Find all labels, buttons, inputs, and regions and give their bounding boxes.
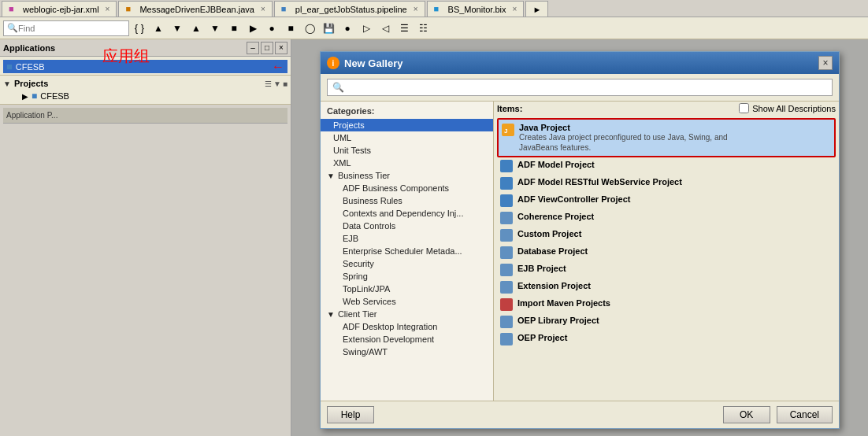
projects-section: ▼ Projects ☰ ▼ ■ ▶ ■ CFESB <box>0 76 291 105</box>
toolbar-btn-7[interactable]: ● <box>263 20 280 37</box>
item-database[interactable]: Database Project <box>497 244 836 261</box>
show-all-checkbox[interactable] <box>739 103 749 113</box>
cat-data-controls[interactable]: Data Controls <box>321 220 493 232</box>
cat-client-tier[interactable]: ▼ Client Tier <box>321 308 493 320</box>
find-box[interactable]: 🔍 <box>3 20 129 36</box>
tab-close-weblogic[interactable]: × <box>106 5 110 13</box>
toolbar-btn-13[interactable]: ◁ <box>377 20 394 37</box>
toolbar-btn-15[interactable]: ☷ <box>414 20 432 37</box>
panel-minimize[interactable]: – <box>247 42 259 54</box>
dialog-search-input[interactable] <box>347 83 827 92</box>
toolbar: 🔍 { } ▲ ▼ ▲ ▼ ■ ▶ ● ■ ◯ 💾 ● ▷ ◁ ☰ ☷ <box>0 17 868 39</box>
dialog-body: Categories: Projects UML Unit Tests XML … <box>321 102 839 401</box>
find-input[interactable] <box>18 24 127 33</box>
toolbar-btn-14[interactable]: ☰ <box>395 20 413 37</box>
oep-library-name: OEP Library Project <box>517 316 599 325</box>
cat-uml[interactable]: UML <box>321 131 493 144</box>
cat-enterprise[interactable]: Enterprise Scheduler Metada... <box>321 245 493 257</box>
item-adf-viewcontroller[interactable]: ADF ViewController Project <box>497 192 836 209</box>
cat-business-rules[interactable]: Business Rules <box>321 194 493 207</box>
toolbar-btn-2[interactable]: ▼ <box>169 20 186 37</box>
search-icon: 🔍 <box>7 23 18 33</box>
item-ejb[interactable]: EJB Project <box>497 261 836 279</box>
section-tool-btn-3[interactable]: ■ <box>283 79 287 88</box>
section-tool-btn-2[interactable]: ▼ <box>273 79 281 88</box>
brace-btn[interactable]: { } <box>131 20 148 37</box>
expand-icon: ▼ <box>3 79 11 88</box>
project-cfesb-item[interactable]: ▶ ■ CFESB <box>3 90 287 102</box>
xml-icon: ■ <box>9 4 20 15</box>
footer-buttons: OK Cancel <box>723 406 833 423</box>
cat-web-services[interactable]: Web Services <box>321 295 493 308</box>
tab-bix[interactable]: ■ BS_Monitor.bix × <box>427 1 525 17</box>
help-label: Help <box>341 409 361 420</box>
java-project-text: Java Project Creates Java project precon… <box>519 123 728 153</box>
arrow-annotation: ← <box>272 60 284 74</box>
oep-library-icon <box>500 316 513 328</box>
java-project-name: Java Project <box>519 123 728 132</box>
dialog-title: New Gallery <box>344 57 814 69</box>
cat-toplink[interactable]: TopLink/JPA <box>321 283 493 295</box>
section-tool-btn-1[interactable]: ☰ <box>265 79 272 88</box>
toolbar-btn-6[interactable]: ▶ <box>244 20 262 37</box>
dialog-title-icon: i <box>327 57 339 69</box>
help-button[interactable]: Help <box>327 406 374 423</box>
tabs-bar: ■ weblogic-ejb-jar.xml × ■ MessageDriven… <box>0 0 868 17</box>
categories-panel: Categories: Projects UML Unit Tests XML … <box>321 102 494 401</box>
item-oep-library[interactable]: OEP Library Project <box>497 313 836 331</box>
toolbar-btn-4[interactable]: ▼ <box>206 20 224 37</box>
cat-adf-business[interactable]: ADF Business Components <box>321 182 493 194</box>
left-tab-bar: Application P... <box>3 108 287 124</box>
toolbar-btn-5[interactable]: ■ <box>225 20 243 37</box>
adf-restful-name: ADF Model RESTful WebService Project <box>517 177 682 187</box>
cat-swing[interactable]: Swing/AWT <box>321 345 493 358</box>
tab-pipeline[interactable]: ■ pl_ear_getJobStatus.pipeline × <box>274 1 425 17</box>
ok-button[interactable]: OK <box>723 406 770 423</box>
tab-weblogic[interactable]: ■ weblogic-ejb-jar.xml × <box>2 1 117 17</box>
annotation-chinese: 应用组 <box>102 46 150 67</box>
dialog-search-icon: 🔍 <box>332 82 344 93</box>
cat-adf-desktop[interactable]: ADF Desktop Integration <box>321 320 493 333</box>
tab-close-bix[interactable]: × <box>513 5 517 13</box>
toolbar-btn-1[interactable]: ▲ <box>150 20 167 37</box>
panel-close[interactable]: × <box>275 42 287 54</box>
cat-xml[interactable]: XML <box>321 157 493 169</box>
tab-messagedriven[interactable]: ■ MessageDrivenEJBBean.java × <box>118 1 272 17</box>
cat-projects[interactable]: Projects <box>321 119 493 131</box>
left-panel: Applications – □ × ■ CFESB ← 应用组 <box>0 39 291 436</box>
item-maven[interactable]: Import Maven Projects <box>497 296 836 313</box>
adf-vc-name: ADF ViewController Project <box>517 194 630 204</box>
toolbar-btn-3[interactable]: ▲ <box>187 20 205 37</box>
toolbar-btn-10[interactable]: 💾 <box>320 20 337 37</box>
cat-contexts[interactable]: Contexts and Dependency Inj... <box>321 207 493 220</box>
tab-more[interactable]: ► <box>525 1 548 17</box>
toolbar-btn-12[interactable]: ▷ <box>358 20 375 37</box>
cat-ejb[interactable]: EJB <box>321 232 493 245</box>
item-extension[interactable]: Extension Project <box>497 279 836 296</box>
bix-icon: ■ <box>434 4 445 15</box>
cat-business-tier[interactable]: ▼ Business Tier <box>321 169 493 182</box>
item-java-project[interactable]: J Java Project Creates Java project prec… <box>497 118 836 157</box>
item-coherence[interactable]: Coherence Project <box>497 209 836 227</box>
dialog-close-button[interactable]: × <box>818 56 833 70</box>
item-custom[interactable]: Custom Project <box>497 227 836 244</box>
cat-security[interactable]: Security <box>321 257 493 270</box>
item-oep[interactable]: OEP Project <box>497 331 836 348</box>
dialog-search-box[interactable]: 🔍 <box>327 79 833 96</box>
cat-spring[interactable]: Spring <box>321 270 493 283</box>
cat-unit-tests[interactable]: Unit Tests <box>321 144 493 157</box>
item-adf-model[interactable]: ADF Model Project <box>497 157 836 175</box>
panel-maximize[interactable]: □ <box>261 42 273 54</box>
ejb-icon <box>500 264 513 276</box>
toolbar-btn-8[interactable]: ■ <box>282 20 299 37</box>
item-adf-restful[interactable]: ADF Model RESTful WebService Project <box>497 175 836 192</box>
toolbar-btn-11[interactable]: ● <box>339 20 356 37</box>
tab-close-pipeline[interactable]: × <box>414 5 418 13</box>
tab-close-messagedriven[interactable]: × <box>261 5 265 13</box>
toolbar-btn-9[interactable]: ◯ <box>301 20 318 37</box>
cat-extension-dev[interactable]: Extension Development <box>321 333 493 345</box>
show-all-descriptions[interactable]: Show All Descriptions <box>739 103 836 113</box>
java-project-desc: Creates Java project preconfigured to us… <box>519 132 728 153</box>
applications-title: Applications <box>3 43 55 53</box>
cancel-button[interactable]: Cancel <box>777 406 833 423</box>
